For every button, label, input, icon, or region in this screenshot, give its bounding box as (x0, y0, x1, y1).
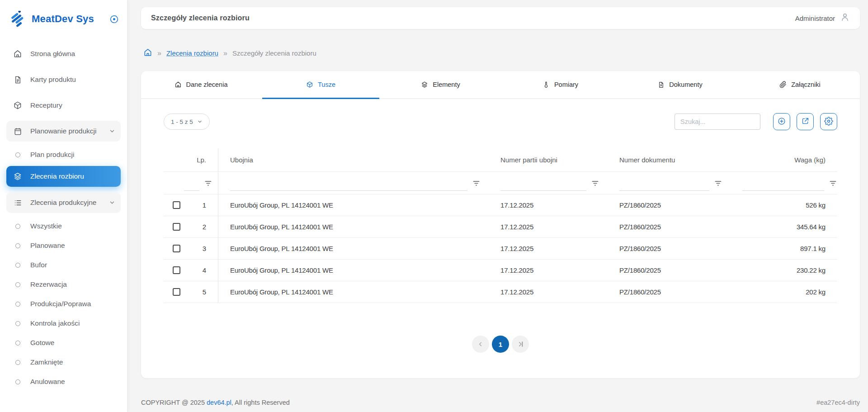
sidebar-item-receptury[interactable]: Receptury (6, 95, 121, 116)
sidebar-item-planowanie-produkcji[interactable]: Planowanie produkcji (6, 121, 121, 142)
layers-icon (13, 172, 23, 181)
cell-dokument: PZ/1860/2025 (619, 223, 742, 231)
chevron-down-icon (109, 128, 115, 134)
tab-elementy[interactable]: Elementy (381, 71, 500, 98)
row-checkbox-cell (164, 245, 189, 252)
sidebar-item-strona-glowna[interactable]: Strona główna (6, 43, 121, 64)
tab-dokumenty[interactable]: Dokumenty (620, 71, 740, 98)
sidebar-item-label: Zlecenia rozbioru (30, 172, 84, 180)
settings-button[interactable] (820, 113, 837, 130)
sidebar-item-zlecenia-produkcyjne[interactable]: Zlecenia produkcyjne (6, 192, 121, 213)
table-row[interactable]: 5 EuroUbój Group, PL 14124001 WE 17.12.2… (164, 281, 837, 303)
filter-icon[interactable] (205, 180, 212, 186)
filter-input-ubojnia[interactable] (230, 180, 467, 191)
page-current[interactable]: 1 (492, 336, 509, 353)
search-input[interactable] (675, 114, 760, 130)
home-icon (175, 81, 182, 88)
filter-icon[interactable] (473, 180, 480, 186)
page-last-button[interactable] (512, 336, 529, 353)
copyright-suffix: , All rights Reserved (231, 399, 290, 406)
add-button[interactable] (773, 113, 790, 130)
th-dokument[interactable]: Numer dokumentu (619, 156, 742, 164)
breadcrumb-separator: » (157, 49, 161, 57)
sidebar-item-zamkniete[interactable]: Zamknięte (6, 354, 121, 370)
cell-lp: 1 (189, 201, 218, 209)
sidebar-item-gotowe[interactable]: Gotowe (6, 335, 121, 351)
sidebar-item-anulowane[interactable]: Anulowane (6, 374, 121, 390)
tab-tusze[interactable]: Tusze (261, 71, 381, 98)
footer-link[interactable]: dev64.pl (207, 399, 231, 406)
row-checkbox[interactable] (173, 288, 180, 296)
sidebar-item-wszystkie[interactable]: Wszystkie (6, 218, 121, 234)
filter-cell-waga (742, 172, 837, 194)
person-icon (840, 12, 850, 24)
breadcrumb-link-zlecenia-rozbioru[interactable]: Zlecenia rozbioru (166, 49, 218, 57)
filter-input-lp[interactable] (184, 180, 199, 191)
radio-bullet-icon (13, 341, 23, 346)
filter-input-waga[interactable] (742, 180, 824, 191)
sidebar-collapse-button[interactable] (108, 14, 120, 25)
filter-input-dokument[interactable] (619, 180, 709, 191)
sidebar-item-label: Kontrola jakości (30, 319, 80, 327)
cell-partia: 17.12.2025 (500, 288, 619, 296)
th-partia[interactable]: Numer partii ubojni (500, 156, 619, 164)
sidebar-item-zlecenia-rozbioru[interactable]: Zlecenia rozbioru (6, 166, 121, 187)
page-prev-button[interactable] (472, 336, 489, 353)
table-row[interactable]: 4 EuroUbój Group, PL 14124001 WE 17.12.2… (164, 260, 837, 281)
sidebar-item-rezerwacja[interactable]: Rezerwacja (6, 276, 121, 293)
th-lp[interactable]: Lp. (189, 156, 218, 164)
sidebar-item-bufor[interactable]: Bufor (6, 257, 121, 273)
tab-dane-zlecenia[interactable]: Dane zlecenia (141, 71, 261, 98)
filter-icon[interactable] (592, 180, 599, 186)
sidebar-item-label: Zamknięte (30, 358, 63, 366)
breadcrumb: » Zlecenia rozbioru » Szczegóły zlecenia… (143, 48, 860, 58)
range-dropdown[interactable]: 1 - 5 z 5 (164, 114, 210, 130)
app-window: MeatDev Sys Strona główna (0, 0, 868, 412)
gear-icon (824, 117, 833, 127)
filter-cell-lp (164, 172, 218, 194)
sidebar-item-label: Karty produktu (30, 76, 76, 84)
tab-zalaczniki[interactable]: Załączniki (740, 71, 860, 98)
row-checkbox[interactable] (173, 223, 180, 231)
export-button[interactable] (797, 113, 814, 130)
row-checkbox-cell (164, 201, 189, 209)
row-checkbox[interactable] (173, 245, 180, 252)
home-icon (143, 48, 152, 58)
page-title: Szczegóły zlecenia rozbioru (151, 14, 250, 22)
radio-bullet-icon (13, 263, 23, 268)
th-ubojnia[interactable]: Ubojnia (218, 148, 500, 171)
sidebar-item-plan-produkcji[interactable]: Plan produkcji (6, 147, 121, 163)
cell-waga: 230.22 kg (742, 266, 837, 274)
sidebar-item-karty-produktu[interactable]: Karty produktu (6, 69, 121, 90)
calendar-icon (13, 127, 23, 136)
th-waga[interactable]: Waga (kg) (742, 156, 837, 164)
row-checkbox[interactable] (173, 201, 180, 209)
footer: COPYRIGHT @ 2025 dev64.pl, All rights Re… (141, 399, 860, 406)
range-label: 1 - 5 z 5 (171, 118, 193, 125)
user-menu[interactable]: Administrator (795, 12, 850, 24)
sidebar-menu: Strona główna Karty produktu Receptury P… (0, 43, 127, 390)
table-toolbar: 1 - 5 z 5 (141, 99, 860, 130)
sidebar-item-produkcja-poprawa[interactable]: Produkcja/Poprawa (6, 296, 121, 312)
filter-input-partia[interactable] (500, 180, 586, 191)
cell-dokument: PZ/1860/2025 (619, 288, 742, 296)
filter-icon[interactable] (715, 180, 722, 186)
filter-cell-dokument (619, 172, 742, 194)
breadcrumb-home-link[interactable] (143, 48, 152, 58)
cell-partia: 17.12.2025 (500, 266, 619, 274)
cell-ubojnia: EuroUbój Group, PL 14124001 WE (218, 216, 500, 237)
chevron-down-icon (197, 119, 203, 124)
filter-icon[interactable] (830, 180, 836, 186)
sidebar-item-kontrola-jakosci[interactable]: Kontrola jakości (6, 315, 121, 331)
tab-label: Elementy (433, 81, 460, 88)
radio-bullet-icon (13, 282, 23, 287)
table-row[interactable]: 2 EuroUbój Group, PL 14124001 WE 17.12.2… (164, 216, 837, 238)
sidebar-item-planowane[interactable]: Planowane (6, 237, 121, 254)
cell-dokument: PZ/1860/2025 (619, 266, 742, 274)
sidebar-item-label: Planowane (30, 242, 65, 250)
tab-pomiary[interactable]: Pomiary (500, 71, 620, 98)
table-row[interactable]: 3 EuroUbój Group, PL 14124001 WE 17.12.2… (164, 238, 837, 260)
row-checkbox[interactable] (173, 266, 180, 274)
table-row[interactable]: 1 EuroUbój Group, PL 14124001 WE 17.12.2… (164, 194, 837, 216)
file-icon (658, 81, 665, 88)
